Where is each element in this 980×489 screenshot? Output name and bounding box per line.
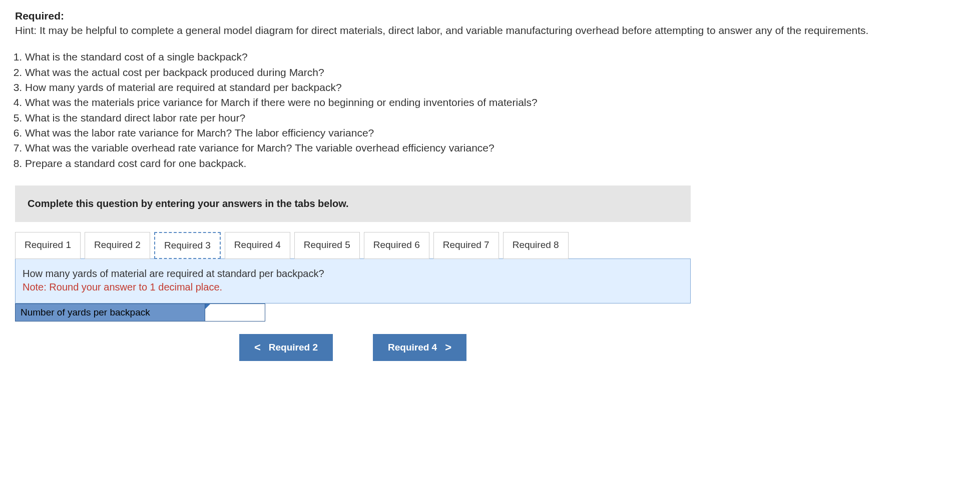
hint-prefix: Hint:: [15, 24, 40, 36]
question-item: What was the materials price variance fo…: [25, 96, 965, 110]
question-item: What was the actual cost per backpack pr…: [25, 66, 965, 80]
question-item: What was the variable overhead rate vari…: [25, 141, 965, 155]
answer-input-cell[interactable]: [205, 304, 265, 322]
questions-list: What is the standard cost of a single ba…: [25, 50, 965, 170]
question-item: What is the standard direct labor rate p…: [25, 111, 965, 125]
question-header: Required: Hint: It may be helpful to com…: [15, 10, 965, 38]
tab-required-8[interactable]: Required 8: [503, 232, 569, 259]
tab-required-4[interactable]: Required 4: [225, 232, 290, 259]
next-button-label: Required 4: [388, 342, 437, 353]
nav-row: < Required 2 Required 4 >: [15, 334, 691, 361]
hint-body: It may be helpful to complete a general …: [40, 24, 868, 36]
instruction-bar: Complete this question by entering your …: [15, 186, 691, 222]
next-button[interactable]: Required 4 >: [373, 334, 466, 361]
tab-content-panel: How many yards of material are required …: [15, 258, 691, 304]
required-label: Required:: [15, 10, 965, 22]
question-item: What was the labor rate variance for Mar…: [25, 126, 965, 140]
prev-button[interactable]: < Required 2: [239, 334, 333, 361]
tab-required-2[interactable]: Required 2: [85, 232, 150, 259]
tabs-row: Required 1 Required 2 Required 3 Require…: [15, 232, 691, 259]
answer-input[interactable]: [205, 304, 265, 321]
tab-required-5[interactable]: Required 5: [294, 232, 360, 259]
chevron-right-icon: >: [445, 341, 451, 354]
panel-question: How many yards of material are required …: [23, 268, 683, 280]
question-item: What is the standard cost of a single ba…: [25, 50, 965, 64]
question-item: How many yards of material are required …: [25, 80, 965, 94]
answer-label: Number of yards per backpack: [15, 304, 205, 322]
question-item: Prepare a standard cost card for one bac…: [25, 156, 965, 170]
tab-required-3[interactable]: Required 3: [154, 232, 221, 259]
tab-required-6[interactable]: Required 6: [364, 232, 429, 259]
tab-required-7[interactable]: Required 7: [433, 232, 499, 259]
prev-button-label: Required 2: [269, 342, 318, 353]
chevron-left-icon: <: [254, 341, 261, 354]
tab-required-1[interactable]: Required 1: [15, 232, 81, 259]
panel-note: Note: Round your answer to 1 decimal pla…: [23, 282, 683, 293]
editable-corner-icon: [205, 304, 210, 309]
answer-row: Number of yards per backpack: [15, 304, 691, 322]
hint-text: Hint: It may be helpful to complete a ge…: [15, 23, 965, 38]
